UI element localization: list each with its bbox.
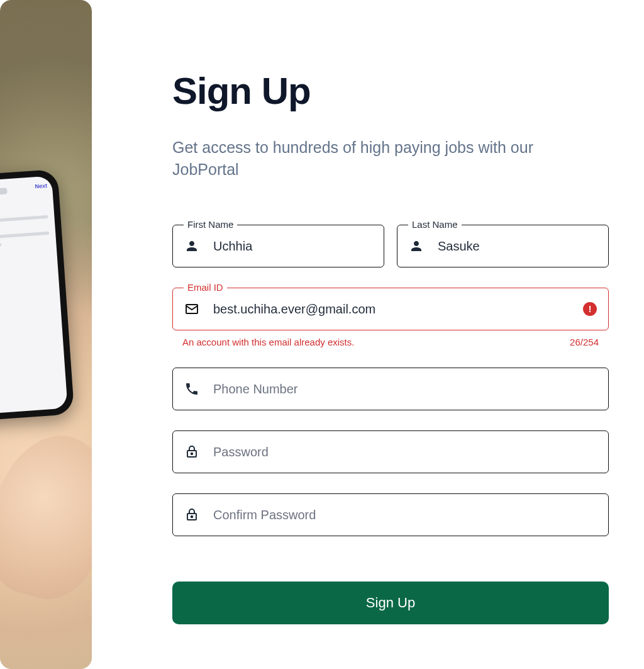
lock-icon <box>184 507 199 522</box>
phone-input[interactable] <box>213 382 597 396</box>
email-error-text: An account with this email already exist… <box>182 337 354 347</box>
signup-button[interactable]: Sign Up <box>172 582 609 624</box>
first-name-field: First Name <box>172 225 384 267</box>
mail-icon <box>184 301 199 317</box>
confirm-password-field <box>172 493 609 536</box>
person-icon <box>184 239 199 254</box>
last-name-input[interactable] <box>438 239 597 254</box>
hero-image: ••• Next <box>0 0 92 669</box>
svg-point-2 <box>191 453 192 454</box>
email-input[interactable] <box>213 302 575 317</box>
phone-icon <box>184 381 199 396</box>
email-label: Email ID <box>184 282 227 293</box>
first-name-label: First Name <box>184 219 237 230</box>
email-field: Email ID ! An account with this email al… <box>172 288 609 347</box>
last-name-field: Last Name <box>397 225 609 267</box>
svg-point-4 <box>191 516 192 517</box>
signup-form: Sign Up Get access to hundreds of high p… <box>92 0 644 669</box>
error-icon: ! <box>583 302 597 316</box>
page-title: Sign Up <box>172 69 609 113</box>
lock-icon <box>184 444 199 459</box>
page-subtitle: Get access to hundreds of high paying jo… <box>172 137 562 181</box>
password-input[interactable] <box>213 445 597 459</box>
phone-mockup: ••• Next <box>0 169 74 423</box>
first-name-input[interactable] <box>213 239 372 254</box>
confirm-password-input[interactable] <box>213 508 597 522</box>
person-icon <box>409 239 424 254</box>
email-char-counter: 26/254 <box>570 337 599 347</box>
password-field <box>172 430 609 473</box>
phone-field <box>172 368 609 410</box>
last-name-label: Last Name <box>408 219 462 230</box>
